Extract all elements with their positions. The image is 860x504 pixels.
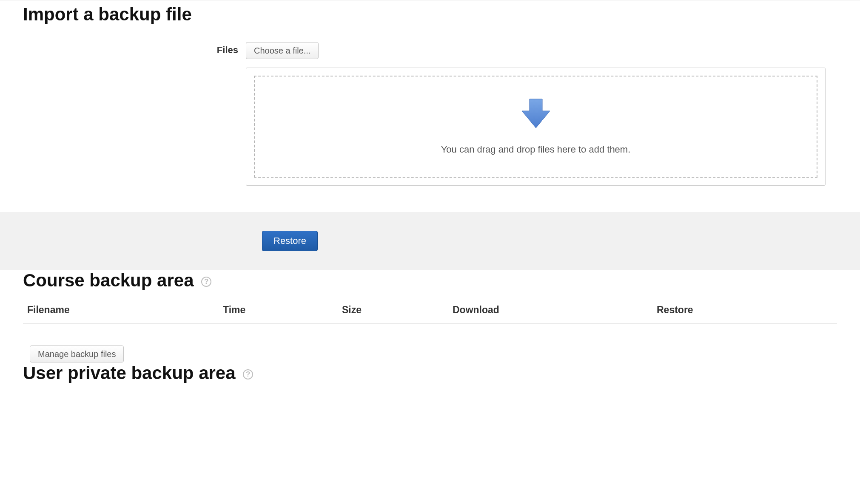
course-backup-heading-text: Course backup area (23, 270, 194, 290)
col-restore: Restore (657, 304, 833, 316)
manage-backup-files-button[interactable]: Manage backup files (30, 345, 124, 362)
col-time: Time (223, 304, 342, 316)
restore-button[interactable]: Restore (262, 231, 318, 251)
top-divider (0, 0, 860, 0)
manage-backup-row: Manage backup files (0, 324, 860, 362)
import-heading: Import a backup file (0, 0, 860, 25)
col-filename: Filename (27, 304, 223, 316)
dropzone-text: You can drag and drop files here to add … (441, 144, 631, 155)
file-dropzone[interactable]: You can drag and drop files here to add … (246, 68, 826, 186)
files-input-col: Choose a file... (246, 42, 826, 186)
files-row: Files Choose a file... (0, 42, 860, 186)
col-download: Download (453, 304, 657, 316)
choose-file-button[interactable]: Choose a file... (246, 42, 319, 59)
col-size: Size (342, 304, 453, 316)
help-icon[interactable]: ? (201, 277, 211, 287)
download-arrow-icon (521, 98, 551, 131)
import-heading-text: Import a backup file (23, 4, 192, 24)
help-icon[interactable]: ? (243, 369, 253, 379)
user-private-heading-text: User private backup area (23, 363, 236, 383)
course-backup-table: Filename Time Size Download Restore (23, 304, 837, 324)
file-dropzone-inner: You can drag and drop files here to add … (254, 76, 817, 178)
restore-action-bar: Restore (0, 212, 860, 270)
user-private-heading: User private backup area ? (0, 362, 860, 384)
files-label: Files (23, 42, 246, 56)
course-backup-heading: Course backup area ? (0, 270, 860, 291)
course-backup-table-header: Filename Time Size Download Restore (23, 304, 837, 324)
